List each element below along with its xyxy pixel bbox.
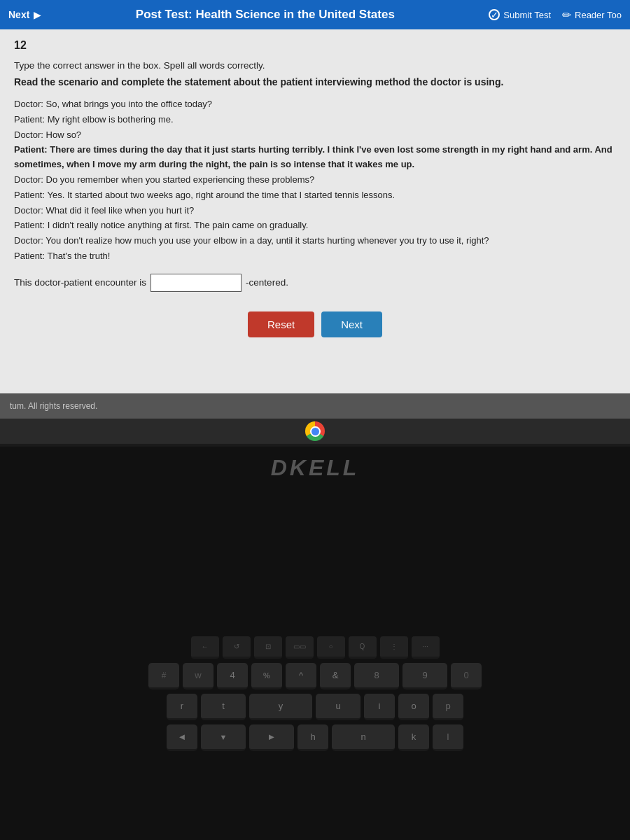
key-arrow-down[interactable]: ▼ — [201, 724, 246, 751]
question-number: 12 — [14, 39, 616, 52]
next-nav-label[interactable]: Next — [8, 9, 29, 20]
key-y[interactable]: y — [249, 694, 312, 720]
key-arrow-left[interactable]: ◄ — [167, 724, 197, 751]
main-content: 12 Type the correct answer in the box. S… — [0, 29, 630, 393]
key-h[interactable]: h — [298, 724, 328, 751]
key-arrow-right[interactable]: ► — [249, 724, 294, 751]
dialogue-line-1: Doctor: So, what brings you into the off… — [14, 97, 616, 112]
footer-text: tum. All rights reserved. — [10, 401, 97, 411]
dialogue-line-7: Doctor: What did it feel like when you h… — [14, 204, 616, 218]
key-u[interactable]: u — [316, 694, 360, 720]
key-r[interactable]: r — [167, 694, 197, 720]
next-nav-icon: ▶ — [34, 9, 41, 20]
dialogue-line-8: Patient: I didn't really notice anything… — [14, 218, 616, 233]
submit-test-button[interactable]: ✓ Submit Test — [489, 9, 551, 20]
dell-logo-area: DKELL — [0, 447, 630, 489]
fill-blank-suffix: -centered. — [246, 277, 288, 288]
key-4[interactable]: 4 — [217, 663, 248, 690]
key-dots[interactable]: ··· — [412, 636, 440, 659]
fill-blank-row: This doctor-patient encounter is -center… — [14, 274, 616, 292]
key-menu[interactable]: ⋮ — [380, 636, 408, 659]
keyboard-letter-row2: ◄ ▼ ► h n k l — [167, 724, 463, 751]
footer-bar: tum. All rights reserved. — [0, 393, 630, 419]
keyboard-fn-row: ← ↺ ⊡ ▭▭ ○ Q ⋮ ··· — [191, 636, 440, 659]
key-refresh[interactable]: ↺ — [223, 636, 251, 659]
instruction-text-1: Type the correct answer in the box. Spel… — [14, 60, 616, 71]
fill-blank-prefix: This doctor-patient encounter is — [14, 277, 146, 288]
reset-button[interactable]: Reset — [248, 312, 314, 337]
keyboard-area: ← ↺ ⊡ ▭▭ ○ Q ⋮ ··· # w 4 % ^ & 8 9 0 r t… — [0, 489, 630, 840]
dialogue-line-6: Patient: Yes. It started about two weeks… — [14, 188, 616, 203]
fill-blank-input[interactable] — [150, 274, 241, 292]
key-q[interactable]: Q — [349, 636, 377, 659]
key-k[interactable]: k — [398, 724, 429, 751]
key-fullscreen[interactable]: ⊡ — [254, 636, 282, 659]
dialogue-line-9: Doctor: You don't realize how much you u… — [14, 234, 616, 248]
chrome-icon[interactable] — [305, 421, 325, 441]
top-bar-left: Next ▶ — [8, 9, 41, 20]
keyboard-num-row: # w 4 % ^ & 8 9 0 — [148, 663, 482, 690]
key-i[interactable]: i — [364, 694, 395, 720]
key-multitask[interactable]: ▭▭ — [286, 636, 314, 659]
reader-icon: ✏ — [562, 8, 571, 22]
next-button[interactable]: Next — [321, 312, 382, 337]
key-p[interactable]: p — [433, 694, 463, 720]
key-w-num[interactable]: w — [183, 663, 214, 690]
key-back[interactable]: ← — [191, 636, 219, 659]
key-t[interactable]: t — [201, 694, 246, 720]
dialogue-line-2: Patient: My right elbow is bothering me. — [14, 113, 616, 127]
top-bar: Next ▶ Post Test: Health Science in the … — [0, 0, 630, 29]
top-bar-right: ✓ Submit Test ✏ Reader Too — [489, 8, 622, 22]
key-circle[interactable]: ○ — [317, 636, 345, 659]
key-0[interactable]: 0 — [451, 663, 482, 690]
key-caret[interactable]: ^ — [286, 663, 316, 690]
page-title: Post Test: Health Science in the United … — [136, 8, 395, 22]
key-amp[interactable]: & — [320, 663, 351, 690]
key-o[interactable]: o — [398, 694, 429, 720]
dialogue-line-4: Patient: There are times during the day … — [14, 143, 616, 172]
dialogue-line-10: Patient: That's the truth! — [14, 249, 616, 264]
key-l[interactable]: l — [433, 724, 463, 751]
key-n[interactable]: n — [332, 724, 395, 751]
button-row: Reset Next — [14, 312, 616, 337]
dell-logo: DKELL — [271, 455, 360, 481]
keyboard-letter-row1: r t y u i o p — [167, 694, 463, 720]
key-8[interactable]: 8 — [354, 663, 399, 690]
dialogue-line-5: Doctor: Do you remember when you started… — [14, 173, 616, 188]
dialogue-block: Doctor: So, what brings you into the off… — [14, 97, 616, 264]
key-9[interactable]: 9 — [402, 663, 447, 690]
key-3[interactable]: # — [148, 663, 179, 690]
dialogue-line-3: Doctor: How so? — [14, 128, 616, 143]
reader-tool-button[interactable]: ✏ Reader Too — [562, 8, 622, 22]
instruction-text-2: Read the scenario and complete the state… — [14, 76, 616, 88]
chrome-dock — [0, 419, 630, 444]
key-percent[interactable]: % — [251, 663, 282, 690]
submit-icon: ✓ — [489, 9, 500, 20]
